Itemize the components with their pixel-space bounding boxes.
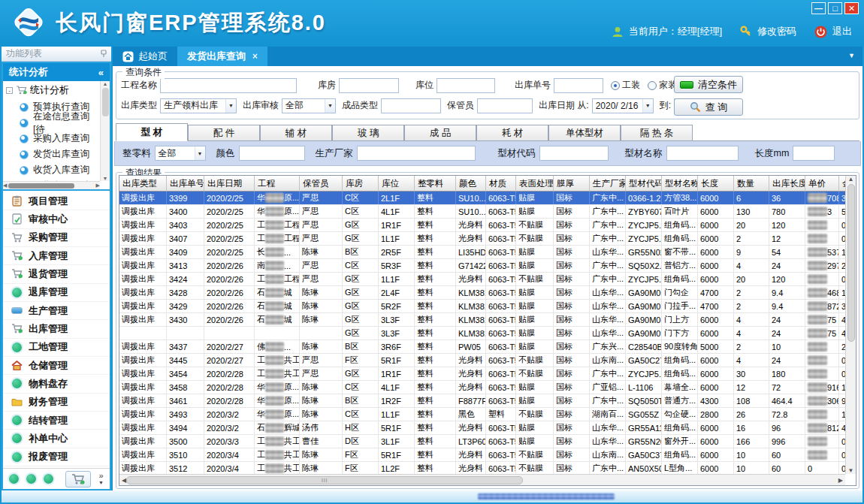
material-tab[interactable]: 成 品 bbox=[404, 125, 476, 140]
sidebar-item-warehouse[interactable]: 仓储管理 bbox=[3, 357, 110, 375]
column-header[interactable]: 库位 bbox=[379, 176, 415, 192]
sidebar-item-teal-dot[interactable]: 结转管理 bbox=[3, 412, 110, 430]
column-header[interactable]: 出库长度 bbox=[769, 176, 805, 192]
material-tab[interactable]: 耗 材 bbox=[476, 125, 548, 140]
column-header[interactable]: 金额 bbox=[839, 176, 845, 192]
logout-link[interactable]: 退出 bbox=[832, 25, 852, 38]
table-row[interactable]: 调拨出库35102020/3/4工共工程陈琳F区5R1F整料光身料6063-T5… bbox=[119, 448, 845, 462]
material-tab[interactable]: 辅 材 bbox=[260, 125, 332, 140]
date-from-picker[interactable]: 2020/ 2/16 ▼ bbox=[592, 98, 654, 113]
more-groups-button[interactable]: »▼ bbox=[98, 472, 104, 486]
column-header[interactable]: 出库类型 bbox=[119, 176, 167, 192]
column-header[interactable]: 表面处理 bbox=[516, 176, 554, 192]
column-header[interactable]: 生产厂家 bbox=[590, 176, 626, 192]
sidebar-section-statistics[interactable]: 统计分析 « bbox=[3, 63, 110, 81]
scroll-right-icon[interactable]: ▶ bbox=[96, 183, 100, 189]
table-row[interactable]: 调拨出库34242020/2/26工工程严思G区1L1F整料光身料6063-T5… bbox=[119, 273, 845, 286]
column-header[interactable]: 单价 bbox=[805, 176, 839, 192]
color-input[interactable] bbox=[239, 146, 305, 161]
table-row[interactable]: 调拨出库34282020/2/26石城陈琳G区2L4F整料KLM38176063… bbox=[119, 286, 845, 300]
sidebar-item-cart[interactable]: G采购管理 bbox=[3, 229, 110, 247]
tree-horizontal-scrollbar[interactable]: ◀ ▶ bbox=[3, 181, 100, 189]
sidebar-item-teal-dot[interactable]: 报废管理 bbox=[3, 448, 110, 466]
table-row[interactable]: 调拨出库34542020/2/28工共工程严思G区1R1F整料光身料6063-T… bbox=[119, 367, 845, 381]
grid-vertical-scrollbar[interactable]: ▲ ▼ bbox=[845, 176, 856, 474]
column-header[interactable]: 出库日期 bbox=[204, 176, 255, 192]
table-row[interactable]: 调拨出库34002020/2/25华原...严思C区4L1F整料SU10...6… bbox=[119, 205, 845, 219]
tab-shipment-outbound-query[interactable]: 发货出库查询 × bbox=[177, 47, 267, 66]
collapse-icon[interactable]: « bbox=[98, 67, 104, 78]
profile-code-input[interactable] bbox=[539, 146, 609, 161]
column-header[interactable]: 型材代码 bbox=[626, 176, 662, 192]
table-row[interactable]: 调拨出库34932020/3/2华原...陈琳C区1L1F整料黑色塑料不贴膜国标… bbox=[119, 408, 845, 421]
tree-vscroll-thumb[interactable] bbox=[102, 88, 109, 116]
sidebar-item-cart-out[interactable]: 出库管理 bbox=[3, 320, 110, 338]
home-decor-radio[interactable] bbox=[648, 81, 657, 90]
grid-vscroll-thumb[interactable] bbox=[847, 184, 855, 342]
expand-minus-icon[interactable]: - bbox=[6, 87, 13, 94]
scroll-left-icon[interactable]: ◀ bbox=[3, 183, 7, 189]
tab-list-caret-icon[interactable]: ▼ bbox=[848, 52, 855, 59]
table-row[interactable]: 调拨出库34372020/2/27佛...陈琳B区3R6F整料PW056063-… bbox=[119, 340, 845, 354]
table-row[interactable]: 调拨出库34452020/2/27工共工程严思F区5R1F整料光身料6063-T… bbox=[119, 354, 845, 367]
scroll-right-icon[interactable]: ▶ bbox=[838, 477, 843, 484]
sidebar-item-teal-dot[interactable]: 物料盘存 bbox=[3, 375, 110, 393]
group-dot-icon[interactable] bbox=[9, 474, 19, 484]
sidebar-item-teal-dot[interactable]: 退库管理 bbox=[3, 284, 110, 302]
profile-name-input[interactable] bbox=[666, 146, 739, 161]
dropdown-arrow-icon[interactable]: ▼ bbox=[325, 99, 335, 113]
grid-hscroll-thumb[interactable]: lll bbox=[126, 476, 523, 484]
dropdown-arrow-icon[interactable]: ▼ bbox=[225, 99, 236, 113]
column-header[interactable]: 保管员 bbox=[300, 176, 343, 192]
project-name-input[interactable] bbox=[160, 78, 297, 93]
table-row[interactable]: 调拨出库34132020/2/26南...严思C区5R3F整料G71422606… bbox=[119, 259, 845, 273]
scroll-up-icon[interactable]: ▲ bbox=[848, 176, 854, 183]
sidebar-item-audit[interactable]: 审核中心 bbox=[3, 210, 110, 228]
workwear-radio[interactable] bbox=[611, 81, 620, 90]
sidebar-item-cart-return[interactable]: 退货管理 bbox=[3, 265, 110, 283]
manufacturer-input[interactable] bbox=[357, 146, 476, 161]
column-header[interactable]: 数量 bbox=[734, 176, 769, 192]
group-dot-icon[interactable] bbox=[44, 474, 53, 484]
sidebar-item-production[interactable]: 生产管理 bbox=[3, 302, 110, 320]
close-button[interactable]: ✕ bbox=[844, 2, 859, 14]
keeper-input[interactable] bbox=[477, 98, 533, 113]
table-row[interactable]: 调拨出库34032020/2/25工工程严思G区1R1F整料光身料6063-T5… bbox=[119, 219, 845, 232]
column-header[interactable]: 颜色 bbox=[456, 176, 486, 192]
table-row[interactable]: 调拨出库34612020/2/28华原...陈琳B区1R2F整料F8877FT6… bbox=[119, 394, 845, 408]
tree-item-query[interactable]: 收货入库查询 bbox=[3, 162, 100, 178]
group-dot-icon[interactable] bbox=[26, 474, 36, 484]
column-header[interactable]: 材质 bbox=[486, 176, 516, 192]
column-header[interactable]: 型材名称 bbox=[662, 176, 698, 192]
table-row[interactable]: 调拨出库34292020/2/26石城陈琳G区5R2F整料KLM38176063… bbox=[119, 300, 845, 313]
outbound-audit-select[interactable]: 全部 ▼ bbox=[282, 98, 336, 113]
table-row[interactable]: 调拨出库33992020/2/25华原...严思C区2L1F整料SU10...6… bbox=[119, 192, 845, 205]
dropdown-arrow-icon[interactable]: ▼ bbox=[195, 146, 205, 160]
scroll-down-icon[interactable]: ▼ bbox=[848, 467, 854, 474]
dropdown-arrow-icon[interactable]: ▼ bbox=[642, 99, 653, 113]
column-header[interactable]: 整零料 bbox=[415, 176, 456, 192]
change-password-link[interactable]: 修改密码 bbox=[757, 25, 796, 38]
location-input[interactable] bbox=[437, 78, 495, 93]
material-tab[interactable]: 配 件 bbox=[188, 125, 260, 140]
table-row[interactable]: 调拨出库34582020/2/28华原...陈琳C区4L1F整料光身料6063-… bbox=[119, 381, 845, 394]
tree-item-query[interactable]: 发货出库查询 bbox=[3, 146, 100, 162]
table-row[interactable]: 调拨出库35002020/3/3工共工程曹佳D区3L1F整料LT3P606063… bbox=[119, 435, 845, 448]
column-header[interactable]: 库房 bbox=[343, 176, 379, 192]
close-tab-icon[interactable]: × bbox=[252, 51, 258, 62]
column-header[interactable]: 长度 bbox=[698, 176, 734, 192]
scroll-up-icon[interactable]: ▲ bbox=[103, 81, 108, 86]
sidebar-item-finance[interactable]: 财务管理 bbox=[3, 394, 110, 412]
scroll-down-icon[interactable]: ▼ bbox=[103, 176, 108, 181]
outbound-type-select[interactable]: 生产领料出库 ▼ bbox=[160, 98, 237, 113]
material-tab[interactable]: 型 材 bbox=[116, 123, 188, 141]
table-row[interactable]: 调拨出库34092020/2/25长...陈琳B区2R5F整料LI35HD606… bbox=[119, 246, 845, 259]
table-row[interactable]: 调拨出库34302020/2/26石城陈琳G区3L3F整料KLM38176063… bbox=[119, 313, 845, 327]
tab-home[interactable]: 起始页 bbox=[113, 47, 177, 66]
column-header[interactable]: 工程 bbox=[255, 176, 300, 192]
whole-scrap-select[interactable]: 全部 ▼ bbox=[155, 146, 206, 161]
table-row[interactable]: 调拨出库35122020/3/4工共工程陈琳F区1L2F整料光身料6063-T5… bbox=[119, 462, 845, 474]
cart-group-button[interactable] bbox=[65, 471, 91, 487]
sidebar-item-cart-in[interactable]: 入库管理 bbox=[3, 247, 110, 265]
material-tab[interactable]: 单体型材 bbox=[548, 125, 621, 140]
